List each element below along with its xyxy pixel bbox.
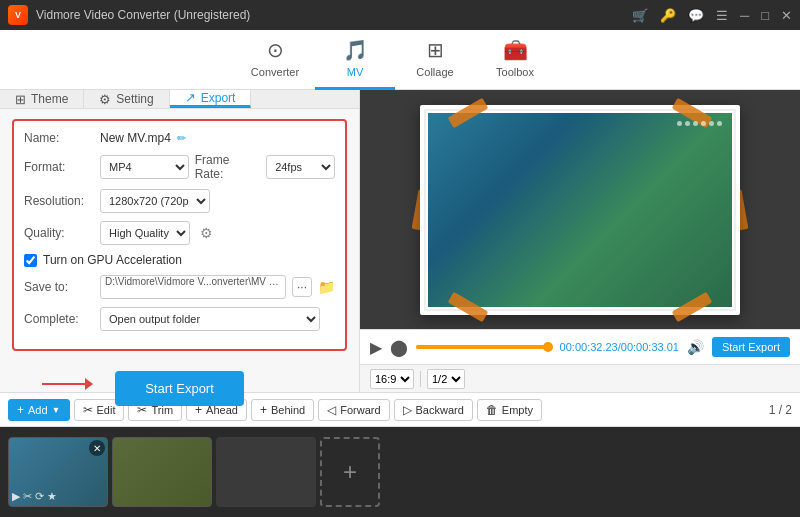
cart-icon[interactable]: 🛒 [632,8,648,23]
toolbox-icon: 🧰 [503,38,528,62]
backward-label: Backward [416,404,464,416]
tl-cut-icon: ✂ [23,490,32,503]
progress-fill [416,345,548,349]
saveto-path: D:\Vidmore\Vidmore V...onverter\MV Expor… [100,275,286,299]
mv-icon: 🎵 [343,38,368,62]
tl-star-icon: ★ [47,490,57,503]
aspect-ratio-select[interactable]: 16:9 4:3 1:1 [370,369,414,389]
nav-collage-label: Collage [416,66,453,78]
saveto-row: Save to: D:\Vidmore\Vidmore V...onverter… [24,275,335,299]
main-content: ⊞ Theme ⚙ Setting ↗ Export Name: New MV.… [0,90,800,392]
framerate-group: Frame Rate: 24fps 30fps 60fps [195,153,335,181]
complete-select[interactable]: Open output folder Do nothing [100,307,320,331]
saveto-folder-icon[interactable]: 📁 [318,279,335,295]
tab-setting[interactable]: ⚙ Setting [84,90,169,108]
setting-icon: ⚙ [99,92,111,107]
tab-export-label: Export [201,91,236,105]
name-row: Name: New MV.mp4 ✏ [24,131,335,145]
window-controls: 🛒 🔑 💬 ☰ ─ □ ✕ [632,8,792,23]
timeline-item-2[interactable] [112,437,212,507]
player-controls: ▶ ⬤ 00:00:32.23/00:00:33.01 🔊 Start Expo… [360,329,800,364]
app-title: Vidmore Video Converter (Unregistered) [36,8,632,22]
close-icon[interactable]: ✕ [781,8,792,23]
time-display: 00:00:32.23/00:00:33.01 [560,341,679,353]
aspect-controls: 16:9 4:3 1:1 1/2 2/2 [360,364,800,392]
resolution-label: Resolution: [24,194,94,208]
nav-mv-label: MV [347,66,364,78]
format-label: Format: [24,160,94,174]
complete-label: Complete: [24,312,94,326]
timeline-add-button[interactable]: + [320,437,380,507]
minimize-icon[interactable]: ─ [740,8,749,23]
tab-theme[interactable]: ⊞ Theme [0,90,84,108]
titlebar: V Vidmore Video Converter (Unregistered)… [0,0,800,30]
gpu-label: Turn on GPU Acceleration [43,253,182,267]
time-total: 00:00:33.01 [621,341,679,353]
timeline-item-1[interactable]: ✕ ▶ ✂ ⟳ ★ [8,437,108,507]
timeline: ✕ ▶ ✂ ⟳ ★ + [0,427,800,517]
start-export-button[interactable]: Start Export [115,371,244,406]
export-icon: ↗ [185,90,196,105]
resolution-row: Resolution: 1280x720 (720p) 1920x1080 (1… [24,189,335,213]
timeline-icons-1: ▶ ✂ ⟳ ★ [12,490,57,503]
timeline-placeholder [216,437,316,507]
aspect-divider [420,371,421,387]
nav-converter-label: Converter [251,66,299,78]
framerate-label: Frame Rate: [195,153,260,181]
top-navigation: ⊙ Converter 🎵 MV ⊞ Collage 🧰 Toolbox [0,30,800,90]
tab-export[interactable]: ↗ Export [170,90,252,108]
nav-toolbox[interactable]: 🧰 Toolbox [475,30,555,90]
time-current: 00:00:32.23 [560,341,618,353]
volume-icon[interactable]: 🔊 [687,339,704,355]
framerate-select[interactable]: 24fps 30fps 60fps [266,155,335,179]
complete-row: Complete: Open output folder Do nothing [24,307,335,331]
collage-icon: ⊞ [427,38,444,62]
app-logo: V [8,5,28,25]
empty-button[interactable]: 🗑 Empty [477,399,542,421]
tl-rotate-icon: ⟳ [35,490,44,503]
play-button[interactable]: ▶ [370,338,382,357]
maximize-icon[interactable]: □ [761,8,769,23]
gpu-row: Turn on GPU Acceleration [24,253,335,267]
tab-theme-label: Theme [31,92,68,106]
menu-icon[interactable]: ☰ [716,8,728,23]
key-icon[interactable]: 🔑 [660,8,676,23]
backward-icon: ▷ [403,403,412,417]
page-select[interactable]: 1/2 2/2 [427,369,465,389]
name-value: New MV.mp4 [100,131,171,145]
gpu-checkbox[interactable] [24,254,37,267]
start-export-small-button[interactable]: Start Export [712,337,790,357]
nav-mv[interactable]: 🎵 MV [315,30,395,90]
preview-area [360,90,800,329]
backward-button[interactable]: ▷ Backward [394,399,473,421]
nav-toolbox-label: Toolbox [496,66,534,78]
theme-icon: ⊞ [15,92,26,107]
nav-collage[interactable]: ⊞ Collage [395,30,475,90]
panel-tabs: ⊞ Theme ⚙ Setting ↗ Export [0,90,359,109]
converter-icon: ⊙ [267,38,284,62]
saveto-browse-button[interactable]: ··· [292,277,312,297]
page-counter: 1 / 2 [769,403,792,417]
quality-row: Quality: High Quality Medium Quality Low… [24,221,335,245]
format-select[interactable]: MP4 AVI MOV [100,155,189,179]
quality-gear-icon[interactable]: ⚙ [200,225,213,241]
tl-play-icon: ▶ [12,490,20,503]
arrow-annotation [42,383,92,385]
preview-inner-border [424,109,736,311]
stop-button[interactable]: ⬤ [390,338,408,357]
empty-icon: 🗑 [486,403,498,417]
resolution-select[interactable]: 1280x720 (720p) 1920x1080 (1080p) 640x48… [100,189,210,213]
progress-bar[interactable] [416,345,552,349]
left-panel: ⊞ Theme ⚙ Setting ↗ Export Name: New MV.… [0,90,360,392]
nav-converter[interactable]: ⊙ Converter [235,30,315,90]
quality-select[interactable]: High Quality Medium Quality Low Quality [100,221,190,245]
saveto-label: Save to: [24,280,94,294]
edit-name-icon[interactable]: ✏ [177,132,186,145]
preview-frame [420,105,740,315]
right-panel: ▶ ⬤ 00:00:32.23/00:00:33.01 🔊 Start Expo… [360,90,800,392]
chat-icon[interactable]: 💬 [688,8,704,23]
name-label: Name: [24,131,94,145]
timeline-close-1[interactable]: ✕ [89,440,105,456]
empty-label: Empty [502,404,533,416]
progress-thumb [543,342,553,352]
